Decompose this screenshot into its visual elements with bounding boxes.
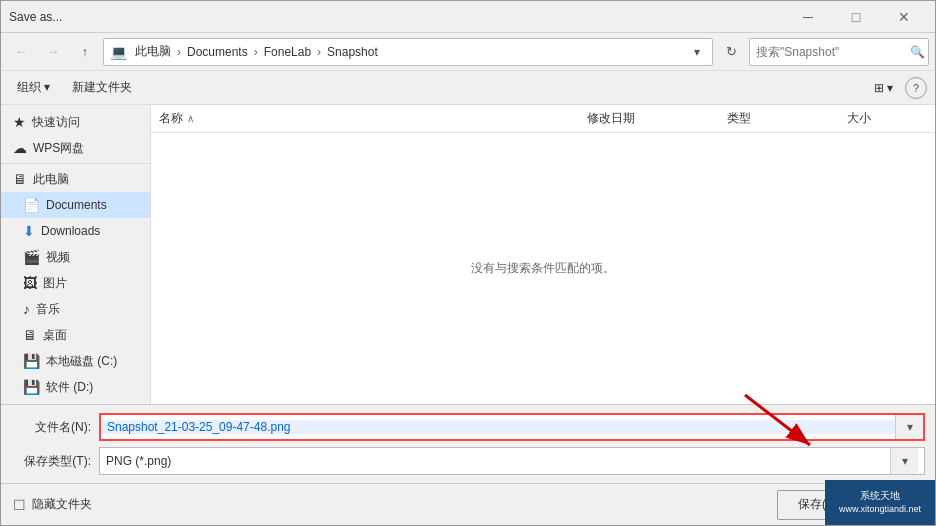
sidebar-item-downloads[interactable]: ⬇ Downloads — [1, 218, 150, 244]
column-name[interactable]: 名称 ∧ — [159, 110, 587, 127]
filename-input-wrapper: ▾ — [99, 413, 925, 441]
back-button[interactable]: ← — [7, 38, 35, 66]
title-bar: Save as... ─ □ ✕ — [1, 1, 935, 33]
filename-row: 文件名(N): ▾ — [11, 413, 925, 441]
file-area: 名称 ∧ 修改日期 类型 大小 没有与搜索条件匹配的项。 — [151, 105, 935, 404]
refresh-button[interactable]: ↻ — [717, 38, 745, 66]
col-date-label: 修改日期 — [587, 111, 635, 125]
breadcrumb-snapshot[interactable]: Snapshot — [323, 43, 382, 61]
view-button[interactable]: ⊞ ▾ — [868, 75, 899, 101]
minimize-button[interactable]: ─ — [785, 2, 831, 32]
file-content-empty: 没有与搜索条件匹配的项。 — [151, 133, 935, 404]
filetype-dropdown-icon[interactable]: ▾ — [890, 448, 918, 474]
sidebar-label-videos: 视频 — [46, 249, 70, 266]
watermark-text: 系统天地www.xitongtiandi.net — [839, 489, 921, 516]
file-header: 名称 ∧ 修改日期 类型 大小 — [151, 105, 935, 133]
videos-icon: 🎬 — [23, 249, 40, 265]
sidebar-item-wps[interactable]: ☁ WPS网盘 — [1, 135, 150, 161]
disk-c-icon: 💾 — [23, 353, 40, 369]
column-size[interactable]: 大小 — [847, 110, 927, 127]
window-title: Save as... — [9, 10, 62, 24]
help-button[interactable]: ? — [905, 77, 927, 99]
search-icon[interactable]: 🔍 — [910, 45, 925, 59]
downloads-icon: ⬇ — [23, 223, 35, 239]
filetype-select[interactable]: PNG (*.png) ▾ — [99, 447, 925, 475]
new-folder-button[interactable]: 新建文件夹 — [64, 75, 140, 101]
sidebar-label-disk-d: 软件 (D:) — [46, 379, 93, 396]
bottom-fields: 文件名(N): ▾ 保存类型(T): PNG (*.png) ▾ — [1, 404, 935, 483]
secondary-toolbar: 组织 ▾ 新建文件夹 ⊞ ▾ ? — [1, 71, 935, 105]
watermark: 系统天地www.xitongtiandi.net — [825, 480, 935, 525]
sidebar-item-pictures[interactable]: 🖼 图片 — [1, 270, 150, 296]
star-icon: ★ — [13, 114, 26, 130]
search-input[interactable] — [756, 45, 906, 59]
nav-toolbar: ← → ↑ 💻 此电脑 › Documents › FoneLab › Snap… — [1, 33, 935, 71]
address-dropdown-icon[interactable]: ▾ — [688, 39, 706, 65]
save-dialog: Save as... ─ □ ✕ ← → ↑ 💻 此电脑 › Documents… — [0, 0, 936, 526]
breadcrumb-pc[interactable]: 此电脑 — [131, 41, 175, 62]
sidebar-label-music: 音乐 — [36, 301, 60, 318]
sidebar-item-music[interactable]: ♪ 音乐 — [1, 296, 150, 322]
sidebar-label-pictures: 图片 — [43, 275, 67, 292]
search-box: 🔍 — [749, 38, 929, 66]
up-button[interactable]: ↑ — [71, 38, 99, 66]
filetype-value: PNG (*.png) — [106, 454, 171, 468]
address-bar: 💻 此电脑 › Documents › FoneLab › Snapshot ▾ — [103, 38, 713, 66]
sort-arrow-icon: ∧ — [187, 113, 194, 124]
hidden-files-toggle[interactable]: ☐ 隐藏文件夹 — [13, 496, 92, 513]
pictures-icon: 🖼 — [23, 275, 37, 291]
sidebar: ★ 快速访问 ☁ WPS网盘 🖥 此电脑 📄 Documents ⬇ Downl… — [1, 105, 151, 404]
column-type[interactable]: 类型 — [727, 110, 847, 127]
sidebar-label-this-pc: 此电脑 — [33, 171, 69, 188]
window-controls: ─ □ ✕ — [785, 2, 927, 32]
breadcrumb-fonelab[interactable]: FoneLab — [260, 43, 315, 61]
sidebar-label-local-disk: 本地磁盘 (C:) — [46, 353, 117, 370]
pc-icon: 🖥 — [13, 171, 27, 187]
sidebar-label-desktop: 桌面 — [43, 327, 67, 344]
filetype-label: 保存类型(T): — [11, 453, 91, 470]
sidebar-label-quick-access: 快速访问 — [32, 114, 80, 131]
col-name-label: 名称 — [159, 110, 183, 127]
sidebar-item-desktop[interactable]: 🖥 桌面 — [1, 322, 150, 348]
sidebar-item-videos[interactable]: 🎬 视频 — [1, 244, 150, 270]
maximize-button[interactable]: □ — [833, 2, 879, 32]
column-date[interactable]: 修改日期 — [587, 110, 727, 127]
forward-button[interactable]: → — [39, 38, 67, 66]
disk-d-icon: 💾 — [23, 379, 40, 395]
checkbox-icon: ☐ — [13, 497, 26, 513]
filename-dropdown-icon[interactable]: ▾ — [895, 415, 923, 439]
sidebar-item-disk-d[interactable]: 💾 软件 (D:) — [1, 374, 150, 400]
sidebar-label-downloads: Downloads — [41, 224, 100, 238]
filename-input[interactable] — [101, 420, 895, 434]
filename-label: 文件名(N): — [11, 419, 91, 436]
pc-icon: 💻 — [110, 44, 127, 60]
breadcrumb-documents[interactable]: Documents — [183, 43, 252, 61]
empty-message: 没有与搜索条件匹配的项。 — [471, 260, 615, 277]
desktop-icon: 🖥 — [23, 327, 37, 343]
close-button[interactable]: ✕ — [881, 2, 927, 32]
music-icon: ♪ — [23, 301, 30, 317]
hidden-files-label: 隐藏文件夹 — [32, 496, 92, 513]
col-size-label: 大小 — [847, 111, 871, 125]
sidebar-item-this-pc[interactable]: 🖥 此电脑 — [1, 166, 150, 192]
breadcrumb: 此电脑 › Documents › FoneLab › Snapshot — [131, 41, 684, 62]
filetype-row: 保存类型(T): PNG (*.png) ▾ — [11, 447, 925, 475]
sidebar-label-documents: Documents — [46, 198, 107, 212]
sidebar-item-local-disk[interactable]: 💾 本地磁盘 (C:) — [1, 348, 150, 374]
footer: ☐ 隐藏文件夹 保存(S) 取消 — [1, 483, 935, 525]
sidebar-item-documents[interactable]: 📄 Documents — [1, 192, 150, 218]
cloud-icon: ☁ — [13, 140, 27, 156]
organize-button[interactable]: 组织 ▾ — [9, 75, 58, 101]
bottom-panel: 文件名(N): ▾ 保存类型(T): PNG (*.png) ▾ ☐ 隐藏文件夹 — [1, 404, 935, 525]
main-content: ★ 快速访问 ☁ WPS网盘 🖥 此电脑 📄 Documents ⬇ Downl… — [1, 105, 935, 404]
col-type-label: 类型 — [727, 111, 751, 125]
documents-icon: 📄 — [23, 197, 40, 213]
sidebar-item-quick-access[interactable]: ★ 快速访问 — [1, 109, 150, 135]
sidebar-label-wps: WPS网盘 — [33, 140, 84, 157]
